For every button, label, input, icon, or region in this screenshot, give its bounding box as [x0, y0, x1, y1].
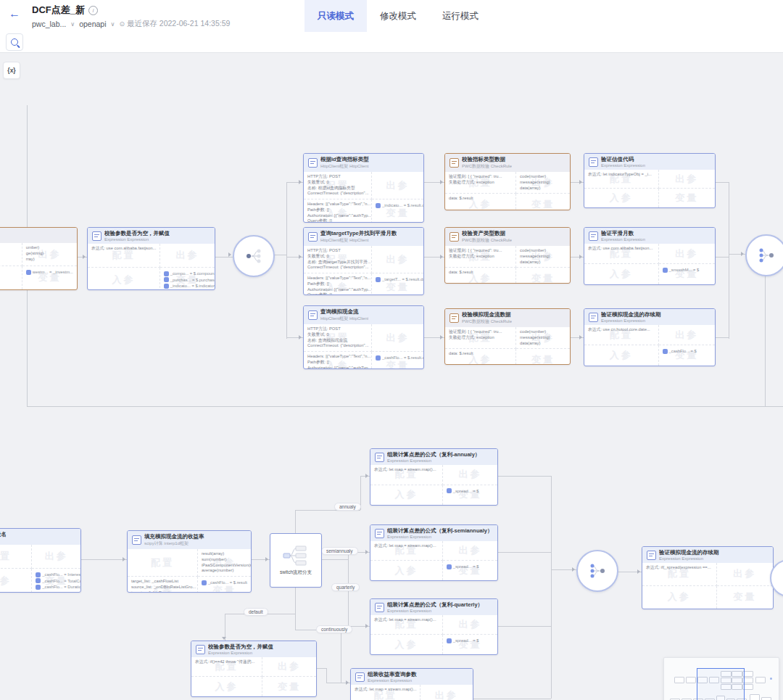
node-quadrant: 配置表达式: let indicatorTypeObj = _i...: [584, 170, 659, 189]
flow-node[interactable]: 查询模拟现金流HttpClient框架 HttpClient配置HTTP方法: …: [303, 305, 424, 369]
node-meta: 置字段名sion: [0, 531, 7, 543]
flow-node[interactable]: 组装计算点差的公式（复利-annualy）Expression Expressi…: [370, 448, 498, 506]
flow-node[interactable]: 验证平滑月数Expression Expression配置表达式: use co…: [584, 227, 716, 285]
node-config-line: result(array): [202, 551, 247, 557]
variable-chip: _cashFlo... = $: [663, 349, 711, 354]
variables-badge[interactable]: {x}: [3, 62, 20, 79]
variable-chip: _cashFlo... = $.result: [202, 580, 247, 585]
flow-node[interactable]: 置字段名sion配置Rate =...出参入参变量_cashFlo... = I…: [0, 528, 81, 593]
flow-node[interactable]: 验证估值代码Expression Expression配置表达式: let in…: [584, 153, 716, 208]
node-config-line: 表达式: use com.alibaba.fastjson...: [588, 246, 655, 252]
flow-node[interactable]: 验证模拟现金流的存续期Expression Expression配置表达式: u…: [584, 308, 716, 366]
flow-group-node[interactable]: [745, 234, 783, 276]
flow-canvas[interactable]: {x} 节点数量：37 分组数量：0 ⚙ − 75% + ◎ annualyse…: [0, 52, 783, 700]
node-quadrant: 入参: [0, 266, 22, 289]
search-button[interactable]: [6, 33, 23, 51]
edge-arrow-icon: [637, 569, 640, 574]
flow-node[interactable]: 校验参数是否为空，并赋值Expression Expression配置表达式: …: [191, 641, 317, 697]
node-config-line: 表达式: use com.alibaba.fastjson...: [91, 246, 156, 252]
node-meta: 校验指标类型数据PWC数据校验 CheckRule: [462, 156, 512, 170]
back-arrow-icon[interactable]: ←: [9, 8, 20, 20]
flow-node[interactable]: 填充模拟现金流的收益率scipy计算 interp1d框架配置出参result(…: [127, 530, 252, 593]
variable-chip: _smoothM... = $: [663, 268, 711, 273]
flow-group-node[interactable]: [233, 235, 275, 277]
tab-run-mode[interactable]: 运行模式: [429, 0, 492, 32]
flow-switch-node[interactable]: switch流程分支: [270, 533, 322, 588]
flow-node[interactable]: 根据id查询指标类型HttpClient框架 HttpClient配置HTTP方…: [303, 153, 424, 223]
node-quadrant: 变量: [516, 194, 570, 210]
node-quadrant: 变量_compo... = $.compoun..._purchas... = …: [160, 268, 215, 290]
last-saved-text: 最近保存 2022-06-21 14:35:59: [127, 19, 230, 29]
node-quadrant: 入参Headers: [{"valueType":"Text","n...Pat…: [304, 273, 372, 295]
node-subtitle: PWC数据校验 CheckRule: [462, 237, 512, 244]
flow-node[interactable]: 组装计算点差的公式（复利-quarterly）Expression Expres…: [370, 598, 498, 655]
variable-chip: _targetT... = $.result.data: [376, 277, 420, 282]
flow-node[interactable]: 配置出参umber)ge(string)rray)入参变量westm... = …: [0, 227, 78, 290]
node-config-line: 名称: 查询模拟现金流: [307, 338, 368, 344]
node-config-line: 表达式: let map = stream.map()...: [374, 617, 439, 623]
variable-icon: [447, 564, 452, 569]
node-quadrant: 配置表达式: use com.alibaba.fastjson...: [88, 244, 160, 268]
search-icon: [11, 38, 18, 46]
node-header: 验证模拟现金流的存续期Expression Expression: [584, 309, 715, 325]
quadrant-watermark: 配置: [128, 556, 197, 569]
node-header: 置字段名sion: [0, 529, 80, 545]
workspace-select[interactable]: pwc_lab...: [32, 20, 66, 28]
flow-node[interactable]: 校验指标类型数据PWC数据校验 CheckRule配置验证规则: [ { "re…: [444, 153, 571, 210]
node-header: 校验参数是否为空，并赋值Expression Expression: [88, 228, 215, 244]
variable-chip: _indicato... = $.indicatorT...: [164, 284, 211, 289]
node-title: 填充模拟现金流的收益率: [144, 533, 204, 540]
flow-node[interactable]: 验证模拟现金流的存续期Expression Expression配置表达式: i…: [642, 546, 774, 609]
node-config-line: code(number): [520, 174, 566, 180]
flow-node[interactable]: 校验参数是否为空，并赋值Expression Expression配置表达式: …: [87, 227, 215, 290]
quadrant-watermark: 变量: [372, 359, 423, 369]
variable-text: westm... = _investm...: [33, 270, 73, 274]
node-config-line: target_x_field: Duration: [131, 590, 194, 593]
node-subtitle: Expression Expression: [601, 163, 645, 168]
minimap[interactable]: [663, 657, 779, 700]
tab-edit-mode[interactable]: 修改模式: [367, 0, 429, 32]
variable-chip: _cashFlo... = InterestRate: [36, 572, 77, 577]
info-icon[interactable]: i: [88, 6, 98, 15]
node-config-line: Path参数: []: [307, 281, 368, 287]
quadrant-watermark: 出参: [659, 173, 715, 186]
flow-group-node[interactable]: [576, 550, 618, 592]
flow-node[interactable]: 校验资产类型数据PWC数据校验 CheckRule配置验证规则: [ { "re…: [444, 227, 571, 284]
node-subtitle: scipy计算 interp1d框架: [144, 540, 204, 547]
branch-icon: [243, 247, 265, 265]
node-meta: 组装计算点差的公式（复利-semiannualy）Expression Expr…: [387, 527, 492, 539]
switch-node-label: switch流程分支: [280, 569, 312, 576]
variable-text: _spread... = $: [453, 638, 479, 643]
node-body: 配置验证规则: [ { "required": tru...失败处理方式: ex…: [445, 172, 570, 210]
flow-node[interactable]: 组装收益率查询参数Expression Expression配置表达式: let…: [350, 668, 473, 700]
node-header: [0, 228, 77, 243]
env-select[interactable]: openapi: [79, 20, 106, 28]
edge-label: semiannualy: [321, 547, 358, 555]
edge-arrow-icon: [579, 255, 582, 259]
quadrant-watermark: 入参: [370, 564, 442, 577]
chevron-down-icon: ∨: [70, 21, 75, 28]
quadrant-watermark: 变量: [717, 590, 773, 604]
node-quadrant: 入参: [88, 268, 160, 290]
quadrant-watermark: 变量: [262, 680, 316, 693]
node-quadrant: 出参: [443, 541, 497, 561]
variable-icon: [164, 284, 169, 289]
minimap-viewport[interactable]: [697, 668, 745, 700]
flow-node[interactable]: 校验模拟现金流数据PWC数据校验 CheckRule配置验证规则: [ { "r…: [444, 308, 571, 365]
flow-node[interactable]: 查询targetType并找到平滑月数HttpClient框架 HttpClie…: [303, 227, 424, 295]
tab-readonly-mode[interactable]: 只读模式: [304, 0, 367, 32]
quadrant-watermark: 入参: [584, 349, 658, 362]
variable-icon: [376, 277, 381, 282]
node-subtitle: HttpClient框架 HttpClient: [320, 237, 397, 244]
variable-icon: [26, 270, 31, 275]
node-config-line: ge(string): [26, 251, 73, 257]
node-type-icon: [308, 232, 318, 242]
node-body: 配置验证规则: [ { "required": tru...失败处理方式: ex…: [445, 246, 570, 284]
edge-arrow-icon: [572, 567, 575, 572]
flow-node[interactable]: 组装计算点差的公式（复利-semiannualy）Expression Expr…: [370, 524, 498, 581]
node-header: 查询模拟现金流HttpClient框架 HttpClient: [304, 306, 423, 324]
node-config-line: code(number): [520, 329, 566, 335]
node-quadrant: 入参: [370, 635, 443, 654]
node-body: 配置表达式: let map = stream.map()...出参入参变量_s…: [370, 615, 497, 654]
node-quadrant: 配置表达式: let map = stream.map()...: [351, 685, 420, 700]
